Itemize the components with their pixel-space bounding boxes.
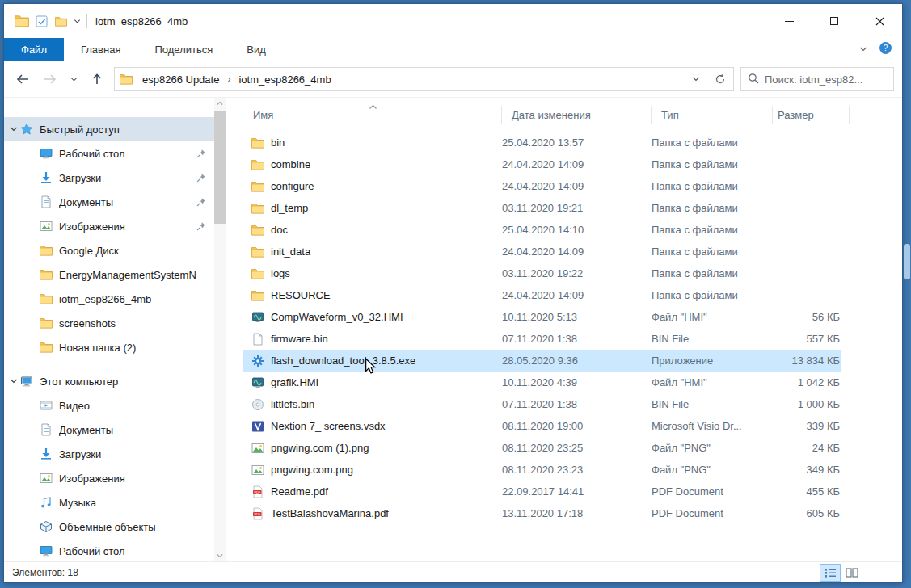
- file-row[interactable]: PDFTestBalashovaMarina.pdf13.11.2020 17:…: [243, 502, 841, 524]
- items-count: Элементов: 18: [12, 567, 78, 578]
- search-box[interactable]: Поиск: iotm_esp82...: [740, 67, 894, 91]
- address-bar[interactable]: esp8266 Update › iotm_esp8266_4mb: [114, 67, 734, 91]
- file-name: dl_temp: [271, 202, 308, 214]
- sidebar-scrollbar[interactable]: [214, 98, 226, 561]
- file-name-cell: flash_download_tool_3.8.5.exe: [243, 355, 502, 368]
- help-icon[interactable]: ?: [879, 41, 892, 57]
- file-row[interactable]: logs03.11.2020 19:22Папка с файлами: [243, 262, 841, 284]
- tab-file[interactable]: Файл: [4, 38, 64, 61]
- pin-icon: [196, 173, 206, 183]
- sidebar-item-documents[interactable]: Документы: [4, 418, 214, 442]
- qat-properties-icon[interactable]: [32, 11, 51, 31]
- svg-text:?: ?: [884, 44, 888, 52]
- sidebar-item-new-folder-2[interactable]: Новая папка (2): [4, 335, 214, 359]
- file-row[interactable]: pngwing.com.png08.11.2020 23:23Файл "PNG…: [243, 459, 841, 481]
- file-row[interactable]: dl_temp03.11.2020 19:21Папка с файлами: [243, 197, 841, 219]
- file-size: 339 КБ: [773, 420, 841, 432]
- tab-share[interactable]: Поделиться: [137, 38, 230, 61]
- folder-icon: [40, 341, 53, 354]
- column-header-date[interactable]: Дата изменения: [502, 106, 652, 124]
- file-date: 13.11.2020 17:18: [502, 507, 652, 519]
- sidebar-item-label: Google Диск: [59, 245, 211, 257]
- file-row[interactable]: init_data24.04.2020 14:09Папка с файлами: [243, 241, 841, 262]
- file-row[interactable]: configure24.04.2020 14:09Папка с файлами: [243, 175, 841, 197]
- tab-home[interactable]: Главная: [64, 38, 137, 61]
- sidebar-item-downloads-pinned[interactable]: Загрузки: [4, 166, 214, 190]
- breadcrumb-item[interactable]: iotm_esp8266_4mb: [234, 74, 335, 86]
- file-date: 10.11.2020 4:39: [502, 376, 652, 388]
- forward-button[interactable]: [40, 69, 61, 90]
- documents-icon: [40, 195, 53, 208]
- back-button[interactable]: [12, 69, 33, 90]
- sidebar-item-music[interactable]: Музыка: [4, 490, 214, 514]
- file-row[interactable]: Nextion 7_ screens.vsdx08.11.2020 19:00M…: [243, 415, 841, 437]
- file-name: firmware.bin: [271, 333, 328, 345]
- sidebar-item-objects-3d[interactable]: Объемные объекты: [4, 514, 214, 539]
- column-header-size[interactable]: Размер: [773, 106, 850, 124]
- address-toolbar: esp8266 Update › iotm_esp8266_4mb Поиск:…: [4, 61, 902, 98]
- file-row[interactable]: doc25.04.2020 14:10Папка с файлами: [243, 219, 841, 241]
- disc-icon: [251, 398, 264, 411]
- file-name-cell: configure: [243, 180, 502, 193]
- scroll-up-icon[interactable]: [217, 98, 223, 109]
- sidebar-item-screenshots[interactable]: screenshots: [4, 311, 214, 335]
- sidebar-item-this-pc[interactable]: Этот компьютер: [4, 369, 214, 393]
- recent-locations-chevron-icon[interactable]: [67, 69, 80, 90]
- folder-icon: [40, 244, 53, 257]
- sidebar-item-google-disk[interactable]: Google Диск: [4, 238, 214, 262]
- close-button[interactable]: [857, 4, 902, 38]
- file-row[interactable]: flash_download_tool_3.8.5.exe28.05.2020 …: [243, 350, 841, 372]
- minimize-button[interactable]: [766, 4, 812, 38]
- file-row[interactable]: bin25.04.2020 13:57Папка с файлами: [243, 132, 841, 153]
- refresh-icon[interactable]: [709, 69, 732, 90]
- sidebar-item-downloads[interactable]: Загрузки: [4, 442, 214, 466]
- file-size: 349 КБ: [773, 464, 841, 476]
- file-date: 25.04.2020 14:10: [502, 224, 652, 236]
- details-view-button[interactable]: [820, 565, 840, 581]
- file-name-cell: grafik.HMI: [243, 376, 502, 389]
- up-button[interactable]: [86, 69, 108, 90]
- sidebar-item-energy-management[interactable]: EnergyManagementSystemN: [4, 262, 214, 287]
- address-dropdown-chevron-icon[interactable]: [685, 69, 707, 90]
- file-row[interactable]: PDFReadme.pdf22.09.2017 14:41PDF Documen…: [243, 481, 841, 502]
- sidebar-item-pictures[interactable]: Изображения: [4, 466, 214, 490]
- sidebar-item-desktop[interactable]: Рабочий стол: [4, 539, 214, 561]
- file-row[interactable]: grafik.HMI10.11.2020 4:39Файл "HMI"1 042…: [243, 372, 841, 393]
- maximize-button[interactable]: [812, 4, 857, 38]
- sidebar-item-pictures-pinned[interactable]: Изображения: [4, 214, 214, 238]
- expander-chevron-icon[interactable]: [7, 125, 20, 133]
- qat-new-folder-icon[interactable]: [51, 11, 70, 31]
- breadcrumb-item[interactable]: esp8266 Update: [137, 74, 224, 86]
- file-name-cell: RESOURCE: [243, 289, 502, 302]
- sidebar-item-iotm-esp8266-4mb[interactable]: iotm_esp8266_4mb: [4, 287, 214, 311]
- computer-icon: [20, 375, 33, 388]
- file-row[interactable]: firmware.bin07.11.2020 1:38BIN File557 К…: [243, 328, 841, 350]
- sidebar-scrollbar-thumb[interactable]: [214, 111, 226, 224]
- thumbnails-view-button[interactable]: [842, 565, 862, 581]
- sidebar-item-label: Загрузки: [59, 448, 211, 460]
- expander-chevron-icon[interactable]: [7, 377, 20, 385]
- sidebar-item-label: Этот компьютер: [40, 376, 211, 388]
- file-size: 24 КБ: [773, 442, 841, 454]
- file-row[interactable]: pngwing.com (1).png08.11.2020 23:25Файл …: [243, 437, 841, 459]
- tab-view[interactable]: Вид: [230, 38, 283, 61]
- sidebar-item-video[interactable]: Видео: [4, 393, 214, 418]
- column-header-type[interactable]: Тип: [652, 106, 773, 124]
- file-row[interactable]: RESOURCE24.04.2020 14:09Папка с файлами: [243, 284, 841, 306]
- qat-customize-chevron-icon[interactable]: [70, 11, 83, 31]
- file-row[interactable]: littlefs.bin07.11.2020 1:38BIN File1 000…: [243, 393, 841, 415]
- titlebar[interactable]: iotm_esp8266_4mb: [4, 4, 902, 38]
- page-scrollbar-thumb[interactable]: [904, 244, 910, 279]
- file-type: Microsoft Visio Dr...: [652, 420, 773, 432]
- ribbon-expand-chevron-icon[interactable]: [859, 44, 867, 56]
- file-row[interactable]: CompWaveform_v0_32.HMI10.11.2020 5:13Фай…: [243, 306, 841, 328]
- file-row[interactable]: combine24.04.2020 14:09Папка с файлами: [243, 153, 841, 175]
- file-size: 56 КБ: [773, 311, 841, 323]
- sidebar-item-quick-access[interactable]: Быстрый доступ: [4, 117, 214, 141]
- sidebar-item-documents-pinned[interactable]: Документы: [4, 190, 214, 214]
- sort-ascending-icon[interactable]: [369, 100, 377, 112]
- scroll-down-icon[interactable]: [217, 550, 223, 561]
- breadcrumb-chevron-icon[interactable]: ›: [226, 74, 232, 85]
- sidebar-item-label: screenshots: [59, 317, 211, 330]
- sidebar-item-desktop-pinned[interactable]: Рабочий стол: [4, 141, 214, 166]
